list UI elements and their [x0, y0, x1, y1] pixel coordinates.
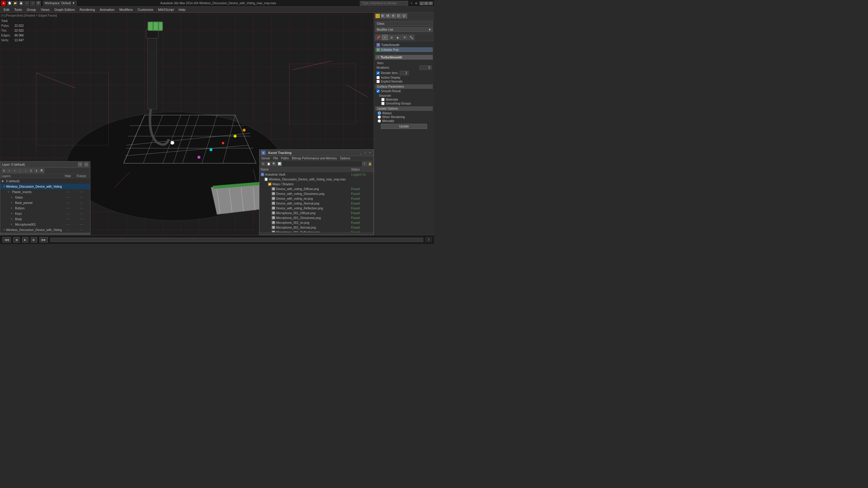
- asset-tool-1[interactable]: ⚙: [261, 161, 266, 166]
- layer-item[interactable]: ○ Plastic_inserts ---- ----: [0, 189, 90, 195]
- bottom-btn-2[interactable]: ◀: [13, 237, 20, 242]
- asset-item[interactable]: 🖼 Device_with_voting_Diffuse.png Found: [259, 187, 373, 191]
- asset-item[interactable]: 📄 Wireless_Discussion_Device_with_Voting…: [259, 177, 373, 182]
- layer-item[interactable]: ○ Bottom ---- ----: [0, 205, 90, 211]
- layer-tool-1[interactable]: ⚙: [1, 168, 6, 173]
- modifier-icon3[interactable]: D: [397, 13, 402, 19]
- bottom-btn-4[interactable]: ▶▶: [39, 237, 48, 242]
- search-input[interactable]: [360, 1, 408, 6]
- materials-checkbox[interactable]: [381, 98, 384, 101]
- redo-icon[interactable]: ↪: [30, 1, 35, 6]
- material-name-input[interactable]: [375, 21, 433, 26]
- timeline-bar[interactable]: [50, 238, 423, 242]
- asset-item[interactable]: 🖼 Microphone_001_Normal.png Found: [259, 225, 373, 230]
- layer-tool-5[interactable]: ↓: [23, 168, 28, 173]
- smooth-result-checkbox[interactable]: [376, 90, 380, 93]
- asset-item[interactable]: 🖼 Device_with_voting_Glossiness.png Foun…: [259, 191, 373, 196]
- open-icon[interactable]: 📂: [13, 1, 18, 6]
- asset-menu-options[interactable]: Options: [340, 157, 350, 160]
- layer-item[interactable]: ○ Microphone001 ---- ----: [0, 222, 90, 227]
- layer-tool-4[interactable]: ↑: [18, 168, 23, 173]
- bottom-btn-play[interactable]: ▶: [22, 237, 28, 242]
- bottom-btn-1[interactable]: ◀◀: [2, 237, 11, 242]
- render-icon[interactable]: 🎬: [36, 1, 41, 6]
- asset-item[interactable]: 🖼 Microphone_001_Reflection.png Found: [259, 230, 373, 232]
- asset-item[interactable]: 📁 Maps / Shaders: [259, 182, 373, 187]
- layer-tool-3[interactable]: +: [12, 168, 17, 173]
- menu-edit[interactable]: Edit: [1, 7, 12, 12]
- asset-tool-2[interactable]: 📋: [266, 161, 271, 166]
- tab-pin[interactable]: 📌: [375, 35, 381, 40]
- layer-scrollbar[interactable]: [0, 233, 90, 235]
- asset-scrollbar[interactable]: [259, 232, 373, 235]
- menu-help[interactable]: Help: [176, 7, 188, 12]
- layer-item[interactable]: ○ Wireless_Discussion_Device_with_Voting…: [0, 227, 90, 233]
- layer-item[interactable]: ○ Back_pannel ---- ----: [0, 200, 90, 205]
- material-icon[interactable]: ⚙: [381, 13, 385, 19]
- asset-tool-help[interactable]: ?: [362, 161, 367, 166]
- menu-graph-editors[interactable]: Graph Editors: [52, 7, 77, 12]
- asset-item[interactable]: 🖼 Microphone_001_Glossiness.png Found: [259, 216, 373, 220]
- menu-customize[interactable]: Customize: [135, 7, 156, 12]
- smoothing-groups-checkbox[interactable]: [381, 102, 384, 105]
- save-icon[interactable]: 💾: [19, 1, 24, 6]
- layer-help-button[interactable]: ?: [78, 162, 82, 167]
- menu-views[interactable]: Views: [38, 7, 52, 12]
- color-swatch[interactable]: [375, 13, 380, 19]
- modifier-icon2[interactable]: H: [392, 13, 396, 19]
- asset-menu-file[interactable]: File: [273, 157, 278, 160]
- layer-item[interactable]: ○ Keys ---- ----: [0, 211, 90, 216]
- render-iters-checkbox[interactable]: [376, 71, 380, 75]
- menu-tools[interactable]: Tools: [12, 7, 24, 12]
- asset-menu-bitmap[interactable]: Bitmap Performance and Memory: [292, 157, 337, 160]
- isoline-checkbox[interactable]: [376, 76, 380, 79]
- asset-tool-lock[interactable]: 🔒: [367, 161, 372, 166]
- iterations-input[interactable]: [420, 65, 432, 70]
- menu-maxscript[interactable]: MAXScript: [156, 7, 176, 12]
- explicit-normals-checkbox[interactable]: [376, 80, 380, 83]
- layer-item[interactable]: ○ Body ---- ----: [0, 216, 90, 222]
- modifier-turbosmooth[interactable]: T TurboSmooth: [375, 42, 433, 47]
- menu-group[interactable]: Group: [24, 7, 38, 12]
- minimize-button[interactable]: _: [420, 1, 424, 5]
- layer-tool-6[interactable]: ⬇: [29, 168, 33, 173]
- menu-rendering[interactable]: Rendering: [77, 7, 97, 12]
- maximize-button[interactable]: □: [424, 1, 428, 5]
- menu-animation[interactable]: Animation: [97, 7, 117, 12]
- asset-minimize-button[interactable]: _: [359, 151, 362, 154]
- tab-motion[interactable]: ▶: [395, 35, 401, 40]
- update-button[interactable]: Update: [381, 124, 427, 129]
- undo-icon[interactable]: ↩: [24, 1, 29, 6]
- manually-radio[interactable]: [378, 119, 381, 123]
- modifier-icon4[interactable]: U: [402, 13, 407, 19]
- asset-item[interactable]: 🖼 Microphone_001_Diffuse.png Found: [259, 210, 373, 216]
- layer-tool-7[interactable]: ⬆: [34, 168, 39, 173]
- tab-hierarchy[interactable]: ⊞: [389, 35, 395, 40]
- new-icon[interactable]: 📄: [7, 1, 12, 6]
- tab-display[interactable]: 👁: [402, 35, 408, 40]
- tab-modify[interactable]: ✏: [382, 35, 388, 40]
- collapse-icon[interactable]: ▼: [377, 56, 379, 59]
- asset-item[interactable]: 🖼 Device_with_voting_Normal.png Found: [259, 201, 373, 206]
- when-rendering-radio[interactable]: [378, 116, 381, 119]
- layer-close-button[interactable]: ×: [84, 162, 88, 167]
- help-icon1[interactable]: ?: [409, 1, 413, 5]
- workspace-selector[interactable]: Workspace: Default ▼: [43, 1, 76, 6]
- layer-item[interactable]: ◈ 0 (default): [0, 178, 90, 184]
- asset-restore-button[interactable]: □: [364, 151, 367, 154]
- close-button[interactable]: ×: [429, 1, 433, 5]
- asset-item[interactable]: A Autodesk Vault Logged On: [259, 172, 373, 177]
- asset-item[interactable]: 🖼 Device_with_voting_Reflection.png Foun…: [259, 206, 373, 210]
- tab-utility[interactable]: 🔧: [408, 35, 414, 40]
- asset-menu-server[interactable]: Server: [261, 157, 270, 160]
- asset-tool-4[interactable]: 📊: [277, 161, 282, 166]
- menu-modifiers[interactable]: Modifiers: [117, 7, 135, 12]
- render-iters-input[interactable]: [400, 71, 409, 75]
- layer-tool-2[interactable]: ×: [7, 168, 12, 173]
- asset-item[interactable]: 🖼 Microphone_001_ior.png Found: [259, 220, 373, 225]
- always-radio[interactable]: [378, 111, 381, 115]
- asset-close-button[interactable]: ×: [368, 151, 372, 154]
- modifier-dropdown-icon[interactable]: ▼: [428, 28, 431, 31]
- layer-tool-8[interactable]: 🔍: [39, 168, 44, 173]
- asset-tool-3[interactable]: 🔍: [272, 161, 276, 166]
